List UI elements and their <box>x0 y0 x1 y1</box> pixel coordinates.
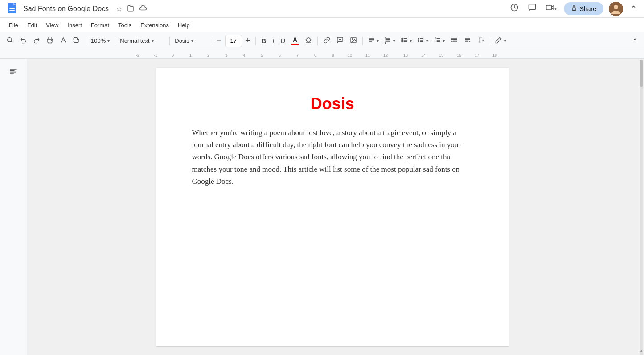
ruler-tick-4: 4 <box>243 53 245 58</box>
collapse-toolbar-button[interactable]: ⌃ <box>630 34 640 48</box>
font-label: Dosis <box>175 37 189 44</box>
expand-icon: ⌃ <box>630 4 637 14</box>
font-size-input[interactable] <box>227 37 240 44</box>
link-button[interactable] <box>320 34 333 48</box>
undo-button[interactable] <box>17 34 29 48</box>
meet-icon <box>546 3 554 14</box>
menu-format[interactable]: Format <box>87 20 113 30</box>
resize-handle[interactable] <box>639 347 643 351</box>
paintformat-button[interactable] <box>70 34 83 48</box>
style-label: Normal text <box>120 37 149 44</box>
indent-increase-button[interactable] <box>461 34 474 48</box>
ruler-tick-2: -2 <box>136 53 139 58</box>
collapse-icon: ⌃ <box>632 37 638 45</box>
text-color-button[interactable]: A <box>289 34 301 48</box>
italic-button[interactable]: I <box>270 34 277 48</box>
separator-5 <box>255 37 256 45</box>
bullet-list-selector[interactable]: ▾ <box>415 34 431 48</box>
comment-icon <box>528 3 537 14</box>
document-body[interactable]: Whether you're writing a poem about lost… <box>192 127 473 187</box>
font-size-decrease-button[interactable]: − <box>214 34 224 48</box>
svg-point-14 <box>51 41 52 41</box>
ruler-tick-1: -1 <box>154 53 157 58</box>
bold-button[interactable]: B <box>258 34 269 48</box>
ruler-tick-11: 11 <box>365 53 370 58</box>
menu-help[interactable]: Help <box>174 20 193 30</box>
search-icon <box>6 37 13 45</box>
image-button[interactable] <box>347 34 360 48</box>
image-icon <box>350 37 357 45</box>
scrollbar-thumb[interactable] <box>640 60 643 87</box>
ruler-tick-15: 15 <box>439 53 443 58</box>
menu-bar: File Edit View Insert Format Tools Exten… <box>0 18 644 32</box>
separator-2 <box>115 37 115 45</box>
spellcheck-button[interactable] <box>57 34 70 48</box>
ruler-tick-5: 5 <box>261 53 263 58</box>
font-size-box <box>225 35 242 47</box>
highlight-icon <box>305 37 312 45</box>
indent-decrease-button[interactable] <box>448 34 460 48</box>
style-selector[interactable]: Normal text ▾ <box>118 34 167 48</box>
menu-file[interactable]: File <box>5 20 22 30</box>
svg-rect-20 <box>402 41 403 42</box>
checklist-selector[interactable]: ▾ <box>398 34 414 48</box>
highlight-button[interactable] <box>302 34 315 48</box>
comment-insert-icon <box>336 37 344 45</box>
svg-rect-3 <box>9 8 15 9</box>
search-button[interactable] <box>4 34 16 48</box>
font-selector[interactable]: Dosis ▾ <box>172 34 208 48</box>
user-avatar[interactable] <box>609 2 623 16</box>
star-icon: ☆ <box>116 4 122 13</box>
zoom-selector[interactable]: 100% ▾ <box>89 34 112 48</box>
star-button[interactable]: ☆ <box>115 4 123 14</box>
history-button[interactable] <box>508 1 521 16</box>
line-spacing-selector[interactable]: ▾ <box>382 34 398 48</box>
expand-button[interactable]: ⌃ <box>628 2 639 16</box>
ruler-tick-9: 9 <box>332 53 334 58</box>
menu-extensions[interactable]: Extensions <box>137 20 172 30</box>
svg-rect-9 <box>572 8 576 10</box>
underline-icon: U <box>280 37 285 45</box>
folder-icon <box>127 4 135 14</box>
align-chevron-icon: ▾ <box>377 38 379 43</box>
document-area[interactable]: Dosis Whether you're writing a poem abou… <box>27 59 638 355</box>
drive-button[interactable] <box>126 3 135 15</box>
meet-button[interactable]: ▾ <box>544 1 558 16</box>
scrollbar-area[interactable] <box>638 59 644 355</box>
cloud-icon <box>139 4 147 14</box>
cloud-button[interactable] <box>138 3 148 15</box>
comment-button[interactable] <box>526 1 538 16</box>
share-button[interactable]: Share <box>564 2 603 15</box>
comment-insert-button[interactable] <box>334 34 346 48</box>
menu-tools[interactable]: Tools <box>115 20 135 30</box>
ruler-tick-13: 13 <box>403 53 408 58</box>
ruler-tick-3: 3 <box>225 53 227 58</box>
pencil-icon <box>495 37 502 45</box>
numbered-list-selector[interactable]: ▾ <box>431 34 447 48</box>
share-label: Share <box>580 5 596 12</box>
editing-mode-selector[interactable]: ▾ <box>493 34 509 48</box>
document-page: Dosis Whether you're writing a poem abou… <box>156 68 509 346</box>
ruler-tick-6: 6 <box>279 53 281 58</box>
style-chevron-icon: ▾ <box>152 38 154 43</box>
bullet-list-chevron-icon: ▾ <box>426 38 428 43</box>
outline-toggle-button[interactable] <box>6 64 21 81</box>
document-title[interactable]: Sad Fonts on Google Docs <box>23 5 109 13</box>
svg-point-11 <box>614 5 618 9</box>
indent-decrease-icon <box>451 37 458 45</box>
menu-view[interactable]: View <box>42 20 62 30</box>
underline-button[interactable]: U <box>278 34 288 48</box>
clear-format-button[interactable] <box>475 34 487 48</box>
redo-button[interactable] <box>30 34 43 48</box>
link-icon <box>323 37 330 45</box>
numbered-list-chevron-icon: ▾ <box>443 38 445 43</box>
menu-insert[interactable]: Insert <box>64 20 86 30</box>
menu-edit[interactable]: Edit <box>24 20 41 30</box>
text-color-icon: A <box>293 36 297 43</box>
ruler-tick-12: 12 <box>383 53 388 58</box>
font-size-increase-button[interactable]: + <box>243 34 253 48</box>
svg-rect-7 <box>529 4 535 10</box>
checklist-chevron-icon: ▾ <box>410 38 412 43</box>
print-button[interactable] <box>44 34 56 48</box>
align-selector[interactable]: ▾ <box>365 34 381 48</box>
